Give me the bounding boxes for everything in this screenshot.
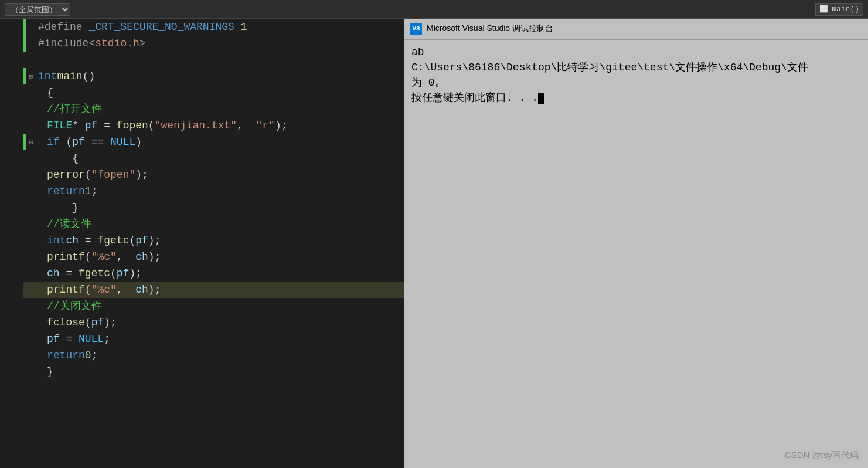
console-line-2: 为 0。 xyxy=(411,75,861,90)
code-text-6: //打开文件 xyxy=(45,101,404,117)
line-number-10 xyxy=(0,167,23,183)
code-line-4: ⊟int main() xyxy=(0,68,404,84)
collapse-icon xyxy=(26,84,36,101)
func-icon: ⬜ xyxy=(819,5,828,13)
code-line-11: return 1; xyxy=(0,183,404,199)
code-text-15: printf("%c", ch); xyxy=(45,249,404,265)
collapse-icon xyxy=(26,314,36,331)
code-text-1: #define _CRT_SECURE_NO_WARNINGS 1 xyxy=(36,19,404,35)
line-number-15 xyxy=(0,249,23,265)
code-line-2: #include<stdio.h> xyxy=(0,35,404,52)
vs-icon: VS xyxy=(410,23,422,35)
scope-dropdown[interactable]: （全局范围） xyxy=(5,3,70,16)
code-text-21: return 0; xyxy=(45,347,404,364)
code-text-22: } xyxy=(45,364,404,380)
code-line-14: int ch = fgetc(pf); xyxy=(0,232,404,249)
code-line-22: } xyxy=(0,364,404,380)
scope-section: （全局范围） xyxy=(5,3,815,16)
line-number-20 xyxy=(0,331,23,347)
console-line-3: 按任意键关闭此窗口. . . xyxy=(411,90,861,106)
line-number-2 xyxy=(0,35,23,52)
collapse-icon xyxy=(26,183,36,199)
func-section: ⬜ main() xyxy=(815,3,863,16)
code-line-21: return 0; xyxy=(0,347,404,364)
code-editor: #define _CRT_SECURE_NO_WARNINGS 1#includ… xyxy=(0,19,404,468)
code-line-16: ch = fgetc(pf); xyxy=(0,265,404,282)
code-line-8: ⊟ if (pf == NULL) xyxy=(0,134,404,150)
collapse-icon xyxy=(26,282,36,298)
code-line-9: { xyxy=(0,150,404,167)
code-text-19: fclose(pf); xyxy=(45,314,404,331)
code-text-10: perror("fopen"); xyxy=(45,167,404,183)
console-cursor xyxy=(538,93,544,104)
code-line-19: fclose(pf); xyxy=(0,314,404,331)
collapse-icon[interactable]: ⊟ xyxy=(26,68,36,84)
collapse-icon xyxy=(26,101,36,117)
line-number-3 xyxy=(0,52,23,68)
line-number-8 xyxy=(0,134,23,150)
code-line-1: #define _CRT_SECURE_NO_WARNINGS 1 xyxy=(0,19,404,35)
collapse-icon xyxy=(26,117,36,134)
code-text-8: if (pf == NULL) xyxy=(45,134,404,150)
collapse-icon xyxy=(26,19,36,35)
code-text-5: { xyxy=(45,84,404,101)
code-line-10: perror("fopen"); xyxy=(0,167,404,183)
collapse-icon xyxy=(26,150,36,167)
code-text-4: int main() xyxy=(36,68,404,84)
main-content: #define _CRT_SECURE_NO_WARNINGS 1#includ… xyxy=(0,19,868,468)
line-number-13 xyxy=(0,216,23,232)
code-line-7: FILE* pf = fopen("wenjian.txt", "r"); xyxy=(0,117,404,134)
collapse-icon xyxy=(26,249,36,265)
line-number-1 xyxy=(0,19,23,35)
line-number-11 xyxy=(0,183,23,199)
line-number-17 xyxy=(0,282,23,298)
line-number-18 xyxy=(0,298,23,314)
top-bar: （全局范围） ⬜ main() xyxy=(0,0,868,19)
code-text-3 xyxy=(36,52,404,68)
code-text-20: pf = NULL; xyxy=(45,331,404,347)
code-line-5: { xyxy=(0,84,404,101)
console-titlebar: VS Microsoft Visual Studio 调试控制台 xyxy=(404,19,868,40)
collapse-icon xyxy=(26,265,36,282)
line-number-4 xyxy=(0,68,23,84)
collapse-icon xyxy=(26,216,36,232)
code-lines[interactable]: #define _CRT_SECURE_NO_WARNINGS 1#includ… xyxy=(0,19,404,468)
collapse-icon xyxy=(26,167,36,183)
code-text-16: ch = fgetc(pf); xyxy=(45,265,404,282)
code-line-6: //打开文件 xyxy=(0,101,404,117)
collapse-icon xyxy=(26,364,36,380)
func-label: main() xyxy=(832,5,859,13)
console-line-1: C:\Users\86186\Desktop\比特学习\gitee\test\文… xyxy=(411,60,861,75)
code-text-12: } xyxy=(45,199,404,216)
console-line-0: ab xyxy=(411,45,861,60)
line-number-9 xyxy=(0,150,23,167)
line-number-5 xyxy=(0,84,23,101)
code-text-14: int ch = fgetc(pf); xyxy=(45,232,404,249)
watermark: CSDN @tsy写代码 xyxy=(785,450,859,461)
code-text-9: { xyxy=(45,150,404,167)
collapse-icon xyxy=(26,35,36,52)
code-line-17: printf("%c", ch); xyxy=(0,282,404,298)
func-dropdown[interactable]: ⬜ main() xyxy=(815,3,863,16)
line-number-7 xyxy=(0,117,23,134)
collapse-icon[interactable]: ⊟ xyxy=(26,134,36,150)
line-number-22 xyxy=(0,364,23,380)
collapse-icon xyxy=(26,199,36,216)
line-number-21 xyxy=(0,347,23,364)
line-number-12 xyxy=(0,199,23,216)
line-number-16 xyxy=(0,265,23,282)
collapse-icon xyxy=(26,232,36,249)
line-number-14 xyxy=(0,232,23,249)
code-text-11: return 1; xyxy=(45,183,404,199)
code-line-15: printf("%c", ch); xyxy=(0,249,404,265)
code-text-2: #include<stdio.h> xyxy=(36,35,404,52)
code-text-7: FILE* pf = fopen("wenjian.txt", "r"); xyxy=(45,117,404,134)
collapse-icon xyxy=(26,347,36,364)
line-number-6 xyxy=(0,101,23,117)
console-title: Microsoft Visual Studio 调试控制台 xyxy=(427,23,553,34)
code-line-12: } xyxy=(0,199,404,216)
console-body[interactable]: abC:\Users\86186\Desktop\比特学习\gitee\test… xyxy=(404,40,868,468)
line-number-19 xyxy=(0,314,23,331)
code-line-20: pf = NULL; xyxy=(0,331,404,347)
code-text-18: //关闭文件 xyxy=(45,298,404,314)
